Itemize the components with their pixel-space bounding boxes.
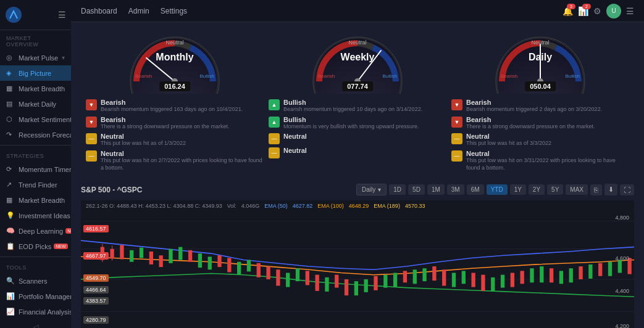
sidebar-item-market-breadth-strat[interactable]: ▦ Market Breadth (0, 192, 71, 208)
sidebar-item-investment-ideas[interactable]: 💡 Investment Ideas (0, 208, 71, 223)
monthly-value: 016.24 (159, 81, 190, 91)
sidebar-item-market-pulse[interactable]: ◎ Market Pulse ▾ (0, 50, 71, 65)
share-button[interactable]: ⎘ (590, 184, 602, 195)
btn-6m[interactable]: 6M (467, 184, 484, 195)
timeframe-dropdown[interactable]: Daily ▾ (356, 184, 387, 195)
market-breadth-icon: ▦ (6, 84, 15, 92)
signal-title: Neutral (101, 133, 186, 140)
topnav-right: 🔔 3 📊 2 ⚙ U ☰ (562, 4, 634, 18)
svg-rect-60 (491, 277, 495, 292)
price-tag-3: 4466.64 (83, 286, 109, 293)
sidebar-item-portfolio-manager[interactable]: 📊 Portfolio Manager (0, 289, 71, 304)
daily-gauge: Neutral Daily Bearish Bullish 050.04 (491, 32, 590, 94)
signal-item: — Neutral (269, 147, 446, 158)
market-daily-icon: ▤ (6, 100, 15, 108)
signal-item: — Neutral This put low was hit on 3/31/2… (451, 150, 629, 171)
sidebar-item-momentum-timer[interactable]: ⟳ Momentum Timer (0, 162, 71, 177)
btn-1d[interactable]: 1D (389, 184, 406, 195)
deep-learning-icon: 🧠 (6, 227, 15, 235)
svg-rect-33 (227, 258, 231, 273)
chart-ohlc: 262.1-26 O: 4488.43 H: 4453.23 L: 4304.8… (86, 203, 222, 209)
notifications-bell-button[interactable]: 🔔 3 (562, 6, 573, 16)
svg-rect-30 (198, 254, 202, 268)
market-pulse-icon: ◎ (6, 54, 15, 62)
sidebar-menu-icon[interactable]: ☰ (58, 10, 66, 20)
svg-rect-28 (178, 247, 182, 260)
monthly-bullish-label: Bullish (199, 73, 214, 79)
btn-max[interactable]: MAX (566, 184, 588, 195)
settings-button[interactable]: ⚙ (593, 6, 601, 16)
nav-admin[interactable]: Admin (128, 4, 149, 18)
sidebar-item-market-daily[interactable]: ▤ Market Daily (0, 96, 71, 112)
download-button[interactable]: ⬇ (604, 184, 617, 195)
sidebar-item-market-sentiment[interactable]: ⬡ Market Sentiment (0, 112, 71, 127)
price-tag-4: 4383.57 (83, 297, 109, 305)
svg-rect-59 (481, 275, 485, 291)
market-breadth-strat-icon: ▦ (6, 196, 15, 204)
user-avatar[interactable]: U (606, 4, 621, 18)
logo-icon (5, 6, 22, 23)
chart-ema2-value: 4648.29 (349, 203, 369, 209)
sidebar-item-big-picture[interactable]: ◈ Big Picture (0, 65, 71, 81)
sidebar-item-eod-picks[interactable]: 📋 EOD Picks NEW (0, 239, 71, 254)
notifications-chart-button[interactable]: 📊 2 (578, 6, 588, 16)
svg-rect-44 (335, 275, 338, 288)
svg-rect-36 (257, 263, 261, 277)
svg-rect-67 (559, 271, 563, 284)
fullscreen-button[interactable]: ⛶ (620, 184, 634, 195)
btn-5y[interactable]: 5Y (547, 184, 563, 195)
sidebar-item-financial-analysis[interactable]: 📈 Financial Analysis (0, 304, 71, 319)
signal-text: Bearish Bearish momentum triggered 163 d… (101, 99, 243, 113)
chart-area[interactable]: 4,800 4,600 4,400 4,200 4616.57 4667.97 … (81, 211, 634, 328)
svg-rect-68 (569, 269, 573, 283)
btn-1m[interactable]: 1M (427, 184, 445, 195)
chart-header: S&P 500 - ^GSPC Daily ▾ 1D 5D 1M 3M 6M Y… (81, 184, 634, 195)
signal-item: ▼ Bearish There is a strong downward pre… (451, 116, 629, 131)
signal-badge-neutral: — (86, 133, 97, 144)
trend-finder-icon: ↗ (6, 181, 15, 189)
scanners-icon: 🔍 (6, 277, 15, 285)
sidebar: ☰ Market Overview ◎ Market Pulse ▾ ◈ Big… (0, 0, 71, 328)
signal-badge-bullish2: ▲ (269, 117, 280, 128)
btn-2y[interactable]: 2Y (529, 184, 545, 195)
svg-rect-64 (530, 269, 533, 283)
current-price-tag: 4616.57 (83, 225, 109, 232)
svg-rect-31 (208, 257, 212, 270)
sidebar-item-trend-finder[interactable]: ↗ Trend Finder (0, 177, 71, 192)
signal-item: — Neutral This put low was hit on 2/7/20… (86, 150, 264, 171)
sidebar-item-scanners[interactable]: 🔍 Scanners (0, 273, 71, 289)
market-sentiment-icon: ⬡ (6, 115, 15, 123)
monthly-gauge-card: Neutral Monthly Bearish Bullish 016.24 (113, 32, 236, 94)
signal-badge-bearish: ▼ (86, 99, 97, 110)
price-label-mid1: 4,600 (615, 255, 629, 261)
sidebar-collapse-button[interactable]: ◁ (0, 319, 71, 328)
nav-dashboard[interactable]: Dashboard (81, 4, 117, 18)
signal-title: Neutral (101, 150, 264, 157)
financial-analysis-icon: 📈 (6, 308, 15, 316)
chart-ema1-value: 4627.82 (293, 203, 313, 209)
btn-ytd[interactable]: YTD (487, 184, 508, 195)
svg-rect-62 (511, 273, 514, 287)
sidebar-item-recession-forecast[interactable]: ↷ Recession Forecast (0, 127, 71, 142)
sidebar-item-deep-learning[interactable]: 🧠 Deep Learning NEW (0, 223, 71, 239)
btn-1y[interactable]: 1Y (510, 184, 526, 195)
signal-desc: This put low was hit as of 1/3/2022 (101, 140, 186, 147)
btn-5d[interactable]: 5D (408, 184, 425, 195)
signal-badge-neutral2: — (86, 150, 97, 162)
weekly-neutral-label: Neutral (348, 39, 366, 46)
svg-rect-52 (413, 270, 417, 284)
btn-3m[interactable]: 3M (447, 184, 464, 195)
signal-title: Bullish (283, 99, 422, 106)
svg-rect-63 (521, 271, 524, 284)
chart-section: S&P 500 - ^GSPC Daily ▾ 1D 5D 1M 3M 6M Y… (71, 179, 644, 328)
monthly-title: Monthly (156, 52, 193, 63)
hamburger-menu-button[interactable]: ☰ (626, 6, 634, 16)
svg-rect-27 (169, 249, 172, 263)
signal-badge-neutral6: — (451, 150, 462, 162)
svg-rect-69 (579, 266, 582, 279)
nav-settings[interactable]: Settings (161, 4, 187, 18)
signal-text: Neutral This put low was hit as of 3/3/2… (466, 133, 551, 147)
chart-volume-label: Vol: (227, 203, 236, 209)
logo-area: ☰ (0, 0, 71, 30)
sidebar-item-market-breadth[interactable]: ▦ Market Breadth (0, 81, 71, 96)
